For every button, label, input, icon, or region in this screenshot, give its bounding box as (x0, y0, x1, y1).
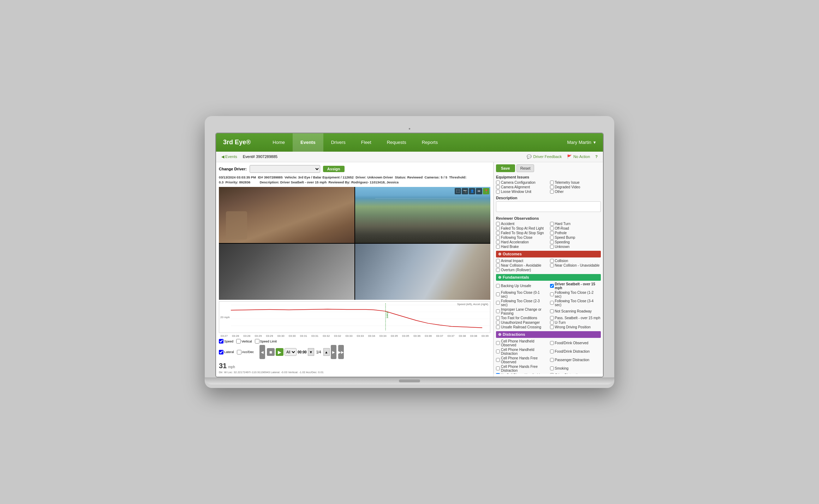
cb-cell-free-dist[interactable] (496, 366, 500, 370)
speed-display-row: 31 mph (219, 360, 490, 370)
expand-btn[interactable]: ⛶ (455, 188, 461, 194)
lateral-checkbox[interactable] (219, 350, 223, 354)
map-btn[interactable]: 📍 (483, 188, 489, 194)
cb-following-01[interactable] (496, 292, 500, 296)
cb-speed-bump[interactable] (550, 236, 554, 239)
cb-not-scanning[interactable] (550, 309, 554, 313)
cb-backing-unsafe[interactable] (496, 284, 500, 288)
event-id-val: 3907289885 (264, 175, 283, 179)
description-textarea[interactable] (496, 201, 601, 212)
cb-speeding-obs[interactable] (550, 240, 554, 244)
breadcrumb-right: 💬 Driver Feedback 🚩 No Action ? (527, 154, 598, 159)
cb-improper-lane[interactable] (496, 309, 500, 313)
nav-drivers[interactable]: Drivers (323, 133, 353, 152)
check-telemetry: Telemetry Issue (550, 181, 601, 184)
stepper-down[interactable]: ▼ (308, 348, 314, 356)
svg-text:Event: Event (386, 312, 389, 318)
outcomes-checkboxes: Animal Impact Collision Near Collision -… (496, 259, 601, 272)
back-to-events-link[interactable]: ◀ Events (221, 154, 237, 159)
cb-passenger-dist[interactable] (550, 358, 554, 362)
cb-camera-config[interactable] (496, 181, 500, 184)
cb-telemetry[interactable] (550, 181, 554, 184)
cb-u-turn[interactable] (550, 321, 554, 324)
user-menu[interactable]: Mary Martin ▾ (567, 140, 596, 145)
cb-near-coll-unavoidable[interactable] (550, 263, 554, 267)
distractions-section-bar: ⊕ Distractions (496, 331, 601, 338)
save-button[interactable]: Save (496, 164, 515, 172)
cb-off-road[interactable] (550, 226, 554, 230)
app-logo: 3rd Eye® (223, 139, 251, 146)
cb-overturn[interactable] (496, 268, 500, 272)
speed-checkbox[interactable] (219, 339, 223, 344)
cb-x-cell-handheld[interactable] (496, 373, 500, 374)
cb-failed-stop[interactable] (496, 231, 500, 235)
vertical-checkbox[interactable] (236, 339, 241, 344)
cb-unauthorized-pass[interactable] (496, 321, 500, 324)
nav-reports[interactable]: Reports (414, 133, 446, 152)
camera-interior (219, 187, 354, 243)
cb-hard-accel[interactable] (496, 240, 500, 244)
cb-cell-free-obs[interactable] (496, 358, 500, 362)
cb-degraded-video[interactable] (550, 185, 554, 189)
cb-following-23[interactable] (496, 301, 500, 305)
cb-accident[interactable] (496, 222, 500, 226)
fast-forward-btn[interactable]: ▶▶ (338, 345, 344, 359)
nav-items: Home Events Drivers Fleet Requests Repor… (265, 133, 567, 152)
main-content: Change Driver: Assign 03/13/2024 03:03:3… (216, 162, 603, 377)
nav-requests[interactable]: Requests (379, 133, 414, 152)
cb-other-equip[interactable] (550, 190, 554, 194)
share-btn[interactable]: ✉ (476, 188, 482, 194)
cb-camera-align[interactable] (496, 185, 500, 189)
next-frame-btn[interactable]: ▶ (331, 345, 336, 359)
nav-fleet[interactable]: Fleet (353, 133, 379, 152)
cb-pothole[interactable] (550, 231, 554, 235)
vehicle-val: 3rd Eye / Balar Equipment / 112652 (298, 175, 354, 179)
cb-other-dist[interactable] (550, 373, 554, 374)
cb-near-coll-avoidable[interactable] (496, 263, 500, 267)
desc-label: Description: (260, 180, 279, 184)
help-icon[interactable]: ? (595, 154, 598, 159)
cb-following-34[interactable] (550, 301, 554, 305)
assign-button[interactable]: Assign (323, 166, 345, 172)
cb-smoking[interactable] (550, 366, 554, 370)
speedlimit-checkbox[interactable] (255, 339, 259, 344)
driver-select[interactable] (250, 165, 320, 173)
driver-feedback-btn[interactable]: 💬 Driver Feedback (527, 154, 562, 159)
cb-cell-handheld-obs[interactable] (496, 341, 500, 345)
threshold-val: 0.3 (219, 180, 223, 184)
accdec-checkbox[interactable] (237, 350, 241, 354)
speed-chart: Speed (left), Accel (right) 20 mph Event (219, 301, 490, 333)
cb-failed-red[interactable] (496, 226, 500, 230)
cb-too-fast[interactable] (496, 316, 500, 320)
event-id-label: ID# (258, 175, 263, 179)
person-btn[interactable]: 👤 (469, 188, 475, 194)
stepper-up[interactable]: ▲ (323, 348, 330, 356)
cb-following-12[interactable] (550, 292, 554, 296)
cb-wrong-driving[interactable] (550, 325, 554, 329)
outcomes-icon: ⊕ (498, 252, 501, 256)
cb-unknown[interactable] (550, 245, 554, 249)
nav-events[interactable]: Events (293, 133, 323, 152)
play-btn[interactable]: ▶ (276, 348, 283, 356)
cb-loose-window[interactable] (496, 190, 500, 194)
cb-food-drink-dist[interactable] (550, 350, 554, 353)
cb-cell-handheld-dist[interactable] (496, 350, 500, 353)
reset-button[interactable]: Reset (516, 164, 534, 172)
cb-hard-turn[interactable] (550, 222, 554, 226)
cb-hard-brake[interactable] (496, 245, 500, 249)
nav-home[interactable]: Home (265, 133, 293, 152)
no-action-btn[interactable]: 🚩 No Action (567, 154, 590, 159)
camera-view-select[interactable]: All (285, 348, 297, 356)
snapshot-btn[interactable]: 📷 (462, 188, 468, 194)
cb-unsafe-railroad[interactable] (496, 325, 500, 329)
prev-frame-btn[interactable]: ◀ (259, 345, 265, 359)
priority-label: Priority: (226, 180, 238, 184)
cb-driver-seatbelt[interactable] (550, 284, 554, 288)
breadcrumb-bar: ◀ Events Event# 3907289885 💬 Driver Feed… (216, 152, 603, 162)
stop-btn[interactable]: ■ (267, 348, 275, 356)
cb-food-drink-obs[interactable] (550, 341, 554, 345)
cb-pass-seatbelt[interactable] (550, 316, 554, 320)
cb-collision[interactable] (550, 259, 554, 263)
cb-following-close[interactable] (496, 236, 500, 239)
cb-animal-impact[interactable] (496, 259, 500, 263)
